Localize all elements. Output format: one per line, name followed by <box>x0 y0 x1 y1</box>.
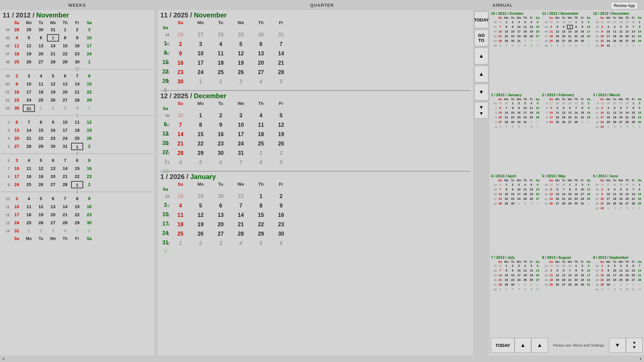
day-cell[interactable]: 3 <box>11 195 23 202</box>
day-cell[interactable]: 18 <box>71 127 83 134</box>
day-cell[interactable]: 30 <box>251 31 271 39</box>
day-cell[interactable]: 21 <box>271 59 291 67</box>
nav-left-arrow[interactable]: ‹ <box>0 356 322 362</box>
day-cell[interactable]: 9 <box>11 80 23 88</box>
day-cell[interactable]: 14 <box>23 127 35 134</box>
day-cell[interactable]: 3 <box>191 40 211 49</box>
day-cell[interactable]: 6 <box>47 195 59 202</box>
day-cell[interactable]: 15 <box>191 130 211 139</box>
day-cell[interactable]: 8 <box>251 158 271 167</box>
day-cell[interactable]: 31 <box>47 26 59 34</box>
day-cell[interactable]: 31 <box>231 149 251 158</box>
day-cell[interactable]: 12 <box>47 80 59 88</box>
day-cell[interactable]: 27 <box>11 143 23 150</box>
day-cell[interactable]: 12 <box>35 203 47 210</box>
day-cell[interactable]: 28 <box>271 68 291 77</box>
day-cell[interactable]: 8 <box>251 201 271 210</box>
day-cell[interactable]: 8 <box>191 121 211 129</box>
day-cell[interactable]: 22 <box>35 135 47 142</box>
day-cell[interactable]: 16 <box>83 203 95 210</box>
day-cell[interactable]: 29 <box>23 26 35 34</box>
day-cell[interactable]: 5 <box>23 34 35 42</box>
day-cell[interactable]: 28 <box>211 31 231 39</box>
day-cell[interactable]: 3 <box>23 72 35 80</box>
day-cell[interactable]: 24 <box>59 135 71 142</box>
day-cell[interactable]: 7 <box>231 201 251 210</box>
day-cell[interactable]: 1 <box>191 77 211 86</box>
day-cell[interactable]: 1 <box>35 105 47 112</box>
day-cell[interactable]: 15 <box>71 203 83 210</box>
day-cell[interactable]: 24 <box>231 139 251 148</box>
day-cell[interactable]: 13 <box>251 49 271 58</box>
quarter-scroll-down-button[interactable] <box>474 84 488 101</box>
day-cell[interactable]: 1 <box>191 111 211 120</box>
day-cell[interactable]: 18 <box>251 130 271 139</box>
day-cell[interactable]: 30 <box>83 219 95 227</box>
day-cell[interactable]: 26 <box>23 58 35 66</box>
day-cell[interactable]: 28 <box>59 181 71 188</box>
day-cell[interactable]: 19 <box>35 173 47 180</box>
day-cell[interactable]: 4 <box>23 195 35 202</box>
day-cell[interactable]: 12 <box>83 119 95 126</box>
day-cell[interactable]: 15 <box>251 211 271 220</box>
day-cell[interactable]: 19 <box>191 220 211 229</box>
day-cell[interactable]: 8 <box>71 195 83 202</box>
day-cell[interactable]: 15 <box>71 165 83 172</box>
day-cell[interactable]: 13 <box>47 165 59 172</box>
day-cell[interactable]: 25 <box>71 135 83 142</box>
day-cell[interactable]: 9 <box>271 158 291 167</box>
review-app-button[interactable]: Review App <box>611 2 638 9</box>
day-cell[interactable]: 27 <box>191 31 211 39</box>
quarter-scroll-down2-button[interactable]: ▼ ▼ <box>474 102 488 119</box>
day-cell[interactable]: 2 <box>83 143 95 150</box>
day-cell[interactable]: 7 <box>71 72 83 80</box>
day-cell[interactable]: 29 <box>191 149 211 158</box>
day-cell[interactable]: 5 <box>251 239 271 248</box>
day-cell[interactable]: 30 <box>170 77 191 86</box>
day-cell[interactable]: 28 <box>231 230 251 238</box>
day-cell[interactable]: 4 <box>231 239 251 248</box>
day-cell[interactable]: 27 <box>211 230 231 238</box>
day-cell[interactable]: 13 <box>59 80 71 88</box>
day-cell[interactable]: 4 <box>170 158 191 167</box>
day-cell[interactable]: 12 <box>35 165 47 172</box>
day-cell[interactable]: 17 <box>11 211 23 219</box>
day-cell[interactable]: 4 <box>59 227 71 235</box>
day-cell[interactable]: 7 <box>59 157 71 164</box>
day-cell[interactable]: 23 <box>83 211 95 219</box>
day-cell[interactable]: 11 <box>35 80 47 88</box>
day-cell[interactable]: 16 <box>71 42 83 50</box>
day-cell[interactable]: 27 <box>251 68 271 77</box>
day-cell[interactable]: 12 <box>271 121 291 129</box>
day-cell[interactable]: 24 <box>11 219 23 227</box>
day-cell[interactable]: 5 <box>191 201 211 210</box>
day-cell[interactable]: 6 <box>251 40 271 49</box>
day-cell[interactable]: 26 <box>83 135 95 142</box>
day-cell[interactable]: 14 <box>59 165 71 172</box>
day-cell[interactable]: 19 <box>35 211 47 219</box>
day-cell[interactable]: 29 <box>59 58 71 66</box>
day-cell[interactable]: 29 <box>231 31 251 39</box>
day-cell[interactable]: 23 <box>271 220 291 229</box>
day-cell[interactable]: 2 <box>11 72 23 80</box>
day-cell[interactable]: 25 <box>170 230 191 238</box>
day-cell[interactable]: 15 <box>83 80 95 88</box>
day-cell[interactable]: 5 <box>35 157 47 164</box>
day-cell[interactable]: 9 <box>170 49 191 58</box>
day-cell[interactable]: 21 <box>47 50 59 58</box>
day-cell[interactable]: 2 <box>211 77 231 86</box>
day-cell[interactable]: 18 <box>35 88 47 96</box>
day-cell[interactable]: 8 <box>35 119 47 126</box>
day-cell[interactable]: 15 <box>35 127 47 134</box>
day-cell[interactable]: 1 <box>251 149 271 158</box>
day-cell[interactable]: 9 <box>83 157 95 164</box>
day-cell[interactable]: 17 <box>231 130 251 139</box>
day-cell[interactable]: 28 <box>23 143 35 150</box>
day-cell[interactable]: 1 <box>170 239 191 248</box>
day-cell[interactable]: 21 <box>231 220 251 229</box>
day-cell[interactable]: 8 <box>83 72 95 80</box>
day-cell[interactable]: 13 <box>35 42 47 50</box>
day-cell[interactable]: 2 <box>47 105 59 112</box>
day-cell[interactable]: 30 <box>170 111 191 120</box>
day-cell[interactable]: 12 <box>191 211 211 220</box>
